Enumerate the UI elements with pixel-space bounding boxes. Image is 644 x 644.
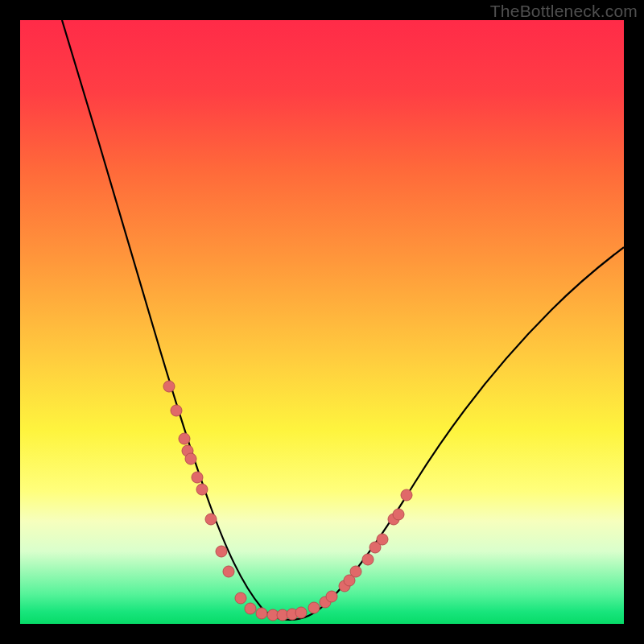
chart-svg [20,20,624,624]
data-marker [377,534,388,545]
valley-markers [235,592,331,621]
data-marker [205,514,217,525]
data-marker [295,607,307,618]
data-marker [308,602,320,613]
watermark-text: TheBottleneck.com [490,2,638,21]
data-marker [192,472,203,483]
data-marker [216,546,227,557]
data-marker [326,591,337,602]
data-marker [256,608,267,619]
data-marker [362,554,374,565]
data-marker [223,566,234,577]
data-marker [171,405,182,416]
data-marker [393,509,404,520]
chart-frame: TheBottleneck.com [0,0,644,644]
data-marker [179,433,190,444]
data-marker [185,453,196,464]
data-marker [401,489,412,501]
left-markers [163,381,234,577]
data-marker [350,566,361,577]
data-marker [196,484,208,495]
data-marker [235,592,246,604]
data-marker [163,381,175,392]
data-marker [245,603,256,614]
plot-area [20,20,624,624]
bottleneck-curve [62,20,624,620]
